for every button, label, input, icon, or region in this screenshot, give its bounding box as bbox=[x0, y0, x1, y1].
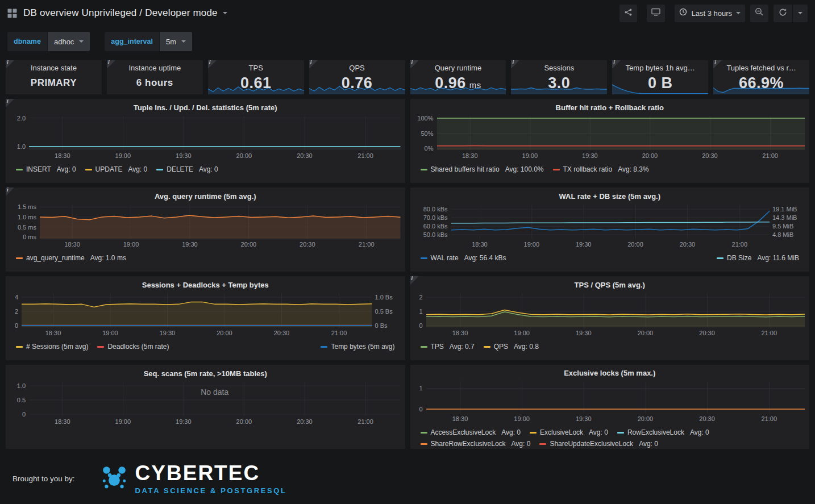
plot-area[interactable]: No data bbox=[29, 382, 401, 416]
variable-value-text: 5m bbox=[166, 38, 176, 46]
panel-title[interactable]: TPS / QPS (5m avg.) bbox=[410, 276, 810, 293]
legend: Shared buffers hit ratioAvg: 100.0%TX ro… bbox=[421, 164, 800, 174]
info-corner-icon[interactable]: i bbox=[410, 276, 419, 285]
variable-label: agg_interval bbox=[105, 32, 159, 51]
stat-title[interactable]: Temp bytes 1h avg… bbox=[612, 60, 708, 72]
plot-area[interactable] bbox=[451, 205, 770, 239]
legend: avg_query_runtimeAvg: 1.0 ms bbox=[16, 253, 395, 263]
legend-item-avg-query-runtime[interactable]: avg_query_runtimeAvg: 1.0 ms bbox=[16, 253, 126, 263]
chart-buffer-rollback[interactable] bbox=[437, 116, 805, 150]
x-axis: 18:3019:0019:3020:0020:3021:00 bbox=[22, 327, 372, 338]
panel-title[interactable]: Sessions + Deadlocks + Temp bytes bbox=[6, 276, 405, 293]
refresh-button[interactable] bbox=[774, 5, 792, 22]
chart-sessions-deadlocks[interactable] bbox=[22, 293, 372, 327]
brand-name: CYBERTEC bbox=[135, 463, 287, 484]
apps-grid-icon[interactable] bbox=[7, 9, 17, 18]
stat-title[interactable]: Instance uptime bbox=[107, 60, 203, 72]
left-y-axis: 420 bbox=[10, 293, 22, 327]
footer: Brought to you by: CYBERTEC DATA SCIENCE bbox=[0, 449, 815, 495]
panel-title[interactable]: Exclusive locks (5m max.) bbox=[410, 365, 810, 381]
stat-title[interactable]: Query runtime bbox=[410, 60, 506, 72]
tv-mode-button[interactable] bbox=[647, 5, 665, 22]
series-swatch bbox=[421, 257, 427, 259]
variable-agg-interval: agg_interval 5m bbox=[105, 32, 192, 51]
left-y-axis: 1.00.50 bbox=[10, 382, 29, 416]
zoom-out-button[interactable] bbox=[750, 5, 768, 22]
time-range-picker[interactable]: Last 3 hours bbox=[675, 5, 745, 22]
legend-item-temp-bytes-5m-avg-[interactable]: Temp bytes (5m avg) bbox=[321, 341, 394, 352]
stat-panel-tuples-fetched: iTuples fetched vs r…66.9% bbox=[713, 60, 809, 94]
stat-row: iInstance statePRIMARYiInstance uptime6 … bbox=[6, 60, 809, 94]
legend-item-insert[interactable]: INSERTAvg: 0 bbox=[16, 164, 76, 174]
stat-title[interactable]: Tuples fetched vs r… bbox=[713, 60, 809, 72]
info-corner-icon[interactable]: i bbox=[713, 60, 722, 69]
legend-item-db-size[interactable]: DB SizeAvg: 11.6 MiB bbox=[717, 253, 799, 263]
legend: TPSAvg: 0.7QPSAvg: 0.8 bbox=[421, 341, 800, 352]
legend-item-qps[interactable]: QPSAvg: 0.8 bbox=[484, 341, 539, 352]
chart-tps-qps[interactable] bbox=[426, 293, 805, 327]
legend-item-wal-rate[interactable]: WAL rateAvg: 56.4 kBs bbox=[421, 253, 506, 263]
stat-title[interactable]: QPS bbox=[309, 60, 405, 72]
dashboard-title[interactable]: DB overview Unprivileged / Developer mod… bbox=[23, 7, 227, 19]
legend-item-shareupdateexclusivelock[interactable]: ShareUpdateExclusiveLockAvg: 0 bbox=[539, 439, 658, 449]
plot-area[interactable] bbox=[29, 116, 401, 150]
legend-item-update[interactable]: UPDATEAvg: 0 bbox=[85, 164, 148, 174]
legend-item-tx-rollback-ratio[interactable]: TX rollback ratioAvg: 8.3% bbox=[553, 164, 649, 174]
info-corner-icon[interactable]: i bbox=[309, 60, 318, 69]
no-data-label: No data bbox=[29, 388, 401, 397]
info-corner-icon[interactable]: i bbox=[6, 99, 14, 107]
panel-title[interactable]: Seq. scans (5m rate, >10MB tables) bbox=[6, 365, 405, 382]
legend-item-tps[interactable]: TPSAvg: 0.7 bbox=[421, 341, 475, 352]
stat-title[interactable]: TPS bbox=[208, 60, 304, 72]
legend-item-deadlocks-5m-rate-[interactable]: Deadlocks (5m rate) bbox=[97, 341, 169, 352]
variable-value-dropdown[interactable]: 5m bbox=[160, 32, 192, 51]
right-y-axis: 19.1 MiB14.3 MiB9.5 MiB4.8 MiB bbox=[770, 205, 805, 239]
panel-title[interactable]: Avg. query runtime (5m avg.) bbox=[6, 188, 405, 205]
plot-area[interactable] bbox=[426, 293, 805, 327]
legend-item-accessexclusivelock[interactable]: AccessExclusiveLockAvg: 0 bbox=[421, 427, 521, 438]
legend-item--sessions-5m-avg-[interactable]: # Sessions (5m avg) bbox=[16, 341, 88, 352]
info-corner-icon[interactable]: i bbox=[107, 60, 115, 69]
series-swatch bbox=[156, 169, 163, 170]
stat-title[interactable]: Instance state bbox=[6, 60, 102, 72]
plot-area[interactable] bbox=[437, 116, 805, 150]
plot-area[interactable] bbox=[22, 293, 372, 327]
panel-title[interactable]: Buffer hit ratio + Rollback ratio bbox=[410, 99, 810, 116]
series-swatch bbox=[16, 169, 23, 170]
info-corner-icon[interactable]: i bbox=[511, 60, 519, 69]
panel-title[interactable]: Tuple Ins. / Upd. / Del. statistics (5m … bbox=[6, 99, 405, 116]
refresh-icon bbox=[779, 8, 787, 19]
chevron-down-icon bbox=[223, 12, 227, 14]
chart-wal-db[interactable] bbox=[451, 205, 770, 239]
stat-title[interactable]: Sessions bbox=[511, 60, 607, 72]
panel-locks: Exclusive locks (5m max.)1018:3019:0019:… bbox=[410, 365, 810, 449]
info-corner-icon[interactable]: i bbox=[410, 60, 419, 69]
info-corner-icon[interactable]: i bbox=[6, 60, 14, 69]
time-range-label: Last 3 hours bbox=[691, 9, 732, 18]
plot-area[interactable] bbox=[40, 205, 401, 239]
chart-tuple-stats[interactable] bbox=[29, 116, 401, 150]
refresh-interval-dropdown[interactable] bbox=[792, 5, 808, 22]
series-swatch bbox=[484, 346, 490, 348]
panel-title[interactable]: WAL rate + DB size (5m avg.) bbox=[410, 188, 810, 205]
stat-panel-temp-bytes: iTemp bytes 1h avg…0 B bbox=[612, 60, 708, 94]
variable-value-dropdown[interactable]: adhoc bbox=[48, 32, 90, 51]
series-swatch bbox=[321, 346, 327, 348]
graph-grid: iTuple Ins. / Upd. / Del. statistics (5m… bbox=[6, 99, 809, 449]
info-corner-icon[interactable]: i bbox=[208, 60, 217, 69]
left-y-axis: 1.5 ms1.0 ms0.5 ms0 ms bbox=[10, 205, 40, 239]
legend-item-exclusivelock[interactable]: ExclusiveLockAvg: 0 bbox=[530, 427, 608, 438]
dashboard-title-text: DB overview Unprivileged / Developer mod… bbox=[23, 7, 218, 19]
right-y-axis: 1.0 Bs0.5 Bs0 Bs bbox=[372, 293, 401, 327]
legend-item-rowexclusivelock[interactable]: RowExclusiveLockAvg: 0 bbox=[617, 427, 709, 438]
legend-item-delete[interactable]: DELETEAvg: 0 bbox=[156, 164, 218, 174]
chart-locks[interactable] bbox=[426, 381, 805, 413]
x-axis: 18:3019:0019:3020:0020:3021:00 bbox=[40, 239, 401, 249]
legend-item-shared-buffers-hit-ratio[interactable]: Shared buffers hit ratioAvg: 100.0% bbox=[421, 164, 544, 174]
info-corner-icon[interactable]: i bbox=[6, 188, 14, 196]
plot-area[interactable] bbox=[426, 381, 805, 413]
legend-item-sharerowexclusivelock[interactable]: ShareRowExclusiveLockAvg: 0 bbox=[421, 439, 531, 449]
info-corner-icon[interactable]: i bbox=[612, 60, 621, 69]
chart-query-runtime[interactable] bbox=[40, 205, 401, 239]
share-button[interactable] bbox=[619, 5, 637, 22]
